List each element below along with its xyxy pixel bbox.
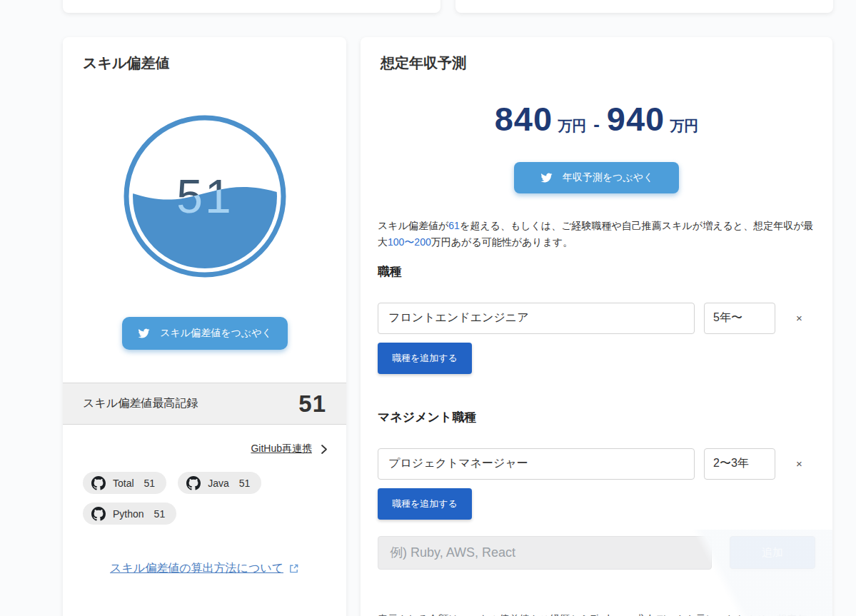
stat-value: 51 <box>239 478 251 489</box>
salary-note: スキル偏差値が61を超える、もしくは、ご経験職種や自己推薦スキルが増えると、想定… <box>378 218 815 251</box>
skill-add-row: 追加 <box>378 536 815 570</box>
salary-min-unit: 万円 <box>558 116 586 136</box>
github-stat-total: Total 51 <box>83 472 166 494</box>
management-title-input[interactable] <box>378 448 695 480</box>
salary-card-title: 想定年収予測 <box>361 37 832 73</box>
partial-card-top-left <box>63 0 440 13</box>
add-skill-button[interactable]: 追加 <box>730 536 815 569</box>
best-record-label: スキル偏差値最高記録 <box>83 396 198 411</box>
twitter-icon <box>540 172 553 183</box>
remove-job-button[interactable]: × <box>793 310 805 325</box>
calculation-method-link[interactable]: スキル偏差値の算出方法について <box>110 561 283 576</box>
job-title-input[interactable] <box>378 303 695 334</box>
best-record-band: スキル偏差値最高記録 51 <box>63 383 346 425</box>
salary-max: 940 <box>607 101 665 138</box>
add-management-button[interactable]: 職種を追加する <box>378 488 472 520</box>
add-job-button[interactable]: 職種を追加する <box>378 343 472 374</box>
note-text: 万円あがる可能性があります。 <box>431 236 573 248</box>
skill-deviation-card: スキル偏差値 51 51 スキル偏差値をつぶやく スキル偏差値最高記録 51 <box>63 37 346 616</box>
stat-label: Python <box>113 508 144 520</box>
tweet-salary-label: 年収予測をつぶやく <box>563 171 654 184</box>
salary-min: 840 <box>495 101 553 138</box>
github-stat-java: Java 51 <box>178 472 261 494</box>
job-input-row: × <box>378 303 815 334</box>
stat-label: Java <box>208 478 229 489</box>
management-input-row: × <box>378 448 815 480</box>
management-years-input[interactable] <box>704 448 775 480</box>
note-highlight-range: 100〜200 <box>388 236 431 248</box>
job-section-heading: 職種 <box>378 263 815 280</box>
note-highlight-threshold: 61 <box>448 220 460 231</box>
salary-separator: - <box>593 113 600 136</box>
management-section-heading: マネジメント職種 <box>378 409 815 425</box>
github-stats-list: Total 51 Java 51 Python 51 <box>63 472 346 525</box>
github-icon <box>91 476 106 490</box>
best-record-value: 51 <box>298 390 326 418</box>
water-gauge-icon: 51 51 <box>122 113 288 279</box>
external-link-icon <box>288 563 299 574</box>
salary-range: 840 万円 - 940 万円 <box>361 101 832 138</box>
tweet-salary-button[interactable]: 年収予測をつぶやく <box>514 162 679 193</box>
twitter-icon <box>137 328 151 339</box>
tweet-skill-score-button[interactable]: スキル偏差値をつぶやく <box>122 317 288 350</box>
skill-input[interactable] <box>378 536 712 570</box>
remove-management-button[interactable]: × <box>793 456 805 471</box>
partial-card-top-right <box>455 0 833 13</box>
note-text: スキル偏差値が <box>378 220 448 231</box>
github-icon <box>91 507 106 521</box>
salary-footer-note: 表示される金額は、スキル偏差値やご経歴からFindyへの求人データを元に、おおよ… <box>378 611 815 616</box>
chevron-right-icon <box>321 444 328 455</box>
stat-value: 51 <box>144 478 156 489</box>
github-relink-row: GitHub再連携 <box>63 443 346 455</box>
skill-card-title: スキル偏差値 <box>63 37 346 73</box>
stat-value: 51 <box>154 508 166 520</box>
salary-prediction-card: 想定年収予測 840 万円 - 940 万円 年収予測をつぶやく スキル偏差値が… <box>361 37 832 616</box>
tweet-skill-score-label: スキル偏差値をつぶやく <box>160 327 272 340</box>
job-years-input[interactable] <box>704 303 775 334</box>
calculation-method-row: スキル偏差値の算出方法について <box>63 561 346 576</box>
github-icon <box>186 476 201 490</box>
salary-max-unit: 万円 <box>670 116 698 136</box>
github-stat-python: Python 51 <box>83 503 176 525</box>
stat-label: Total <box>113 478 134 489</box>
github-relink-link[interactable]: GitHub再連携 <box>251 443 312 455</box>
skill-gauge: 51 51 <box>63 113 346 279</box>
